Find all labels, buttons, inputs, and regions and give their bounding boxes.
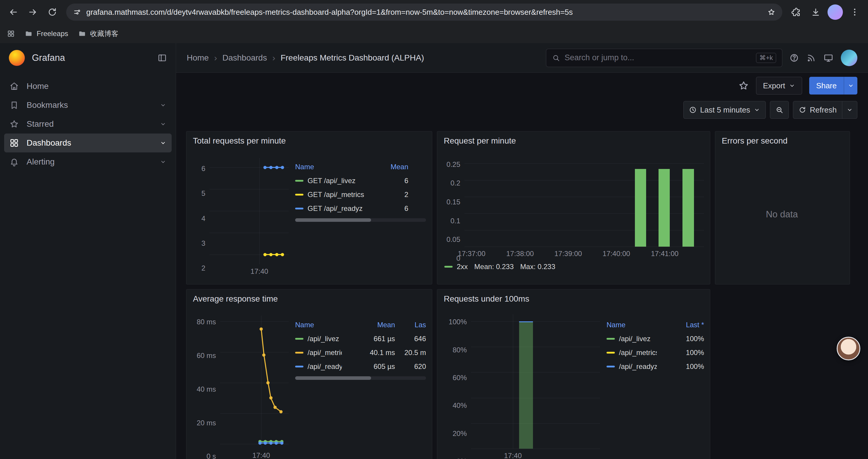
scrollbar-thumb[interactable] xyxy=(295,218,371,222)
legend-series[interactable]: GET /api/_livez xyxy=(295,177,370,185)
legend-header[interactable]: Last * xyxy=(660,321,704,329)
chevron-down-icon[interactable] xyxy=(160,159,166,165)
profile-avatar-image xyxy=(828,4,843,20)
bookmark-freeleaps[interactable]: Freeleaps xyxy=(25,30,68,38)
legend-value: 6 xyxy=(373,177,408,185)
apps-grid-icon[interactable] xyxy=(7,30,15,37)
help-button[interactable] xyxy=(789,53,799,63)
favorite-dashboard-button[interactable] xyxy=(738,80,749,91)
legend-row: /api/_readyz605 µs620 xyxy=(295,359,426,373)
chart-bar xyxy=(658,169,670,247)
sidebar-item-dashboards[interactable]: Dashboards xyxy=(4,133,172,153)
scrollbar-thumb[interactable] xyxy=(295,376,371,380)
series-color-dash xyxy=(295,180,303,182)
legend-series[interactable]: /api/_readyz xyxy=(295,362,342,371)
chevron-down-icon[interactable] xyxy=(160,140,166,146)
legend-header[interactable]: Name xyxy=(607,321,657,329)
legend-series[interactable]: /api/_metrics xyxy=(607,349,657,357)
sidebar-nav: Home Bookmarks Starred Dashboards Alerti… xyxy=(0,73,176,171)
bookmark-icon xyxy=(9,100,19,110)
plot-area xyxy=(464,155,704,247)
url-input[interactable] xyxy=(86,8,762,17)
extensions-button[interactable] xyxy=(788,4,805,21)
panel-requests-under-100ms: Requests under 100ms 100%80%60%40%20%0% … xyxy=(437,289,710,459)
breadcrumb-home[interactable]: Home xyxy=(187,53,209,63)
search-box[interactable]: ⌘+k xyxy=(546,49,782,67)
url-bar[interactable] xyxy=(66,4,782,21)
downloads-button[interactable] xyxy=(807,4,824,21)
p2-chart: 0.250.20.150.10.050 17:37:0017:38:0017:3… xyxy=(442,155,704,258)
plot-area xyxy=(471,314,600,449)
legend-series[interactable]: /api/_livez xyxy=(607,335,657,343)
x-axis-tick: 17:40:00 xyxy=(602,250,630,258)
series-color-dash xyxy=(295,338,303,340)
sidebar-item-starred[interactable]: Starred xyxy=(4,114,172,133)
y-axis-tick: 2 xyxy=(202,264,205,272)
bookmark-star-icon[interactable] xyxy=(768,8,775,16)
chevron-down-icon xyxy=(789,83,795,89)
data-point xyxy=(263,253,267,256)
sidebar-collapse-button[interactable] xyxy=(157,53,167,63)
y-axis-tick: 3 xyxy=(202,239,205,248)
legend-series[interactable]: GET /api/_readyz xyxy=(295,204,370,213)
sidebar-item-bookmarks[interactable]: Bookmarks xyxy=(4,96,172,114)
search-input[interactable] xyxy=(565,53,751,62)
legend-header[interactable]: Name xyxy=(295,321,342,329)
reload-button[interactable] xyxy=(44,4,61,21)
browser-profile-avatar[interactable] xyxy=(827,4,844,21)
legend-series[interactable]: /api/_metrics xyxy=(295,349,342,357)
legend-series[interactable]: /api/_livez xyxy=(295,335,342,343)
chevron-down-icon[interactable] xyxy=(160,102,166,108)
legend-series[interactable]: /api/_readyz xyxy=(607,362,657,371)
legend-scrollbar[interactable] xyxy=(295,376,426,380)
grafana-logo[interactable] xyxy=(9,50,25,66)
legend-table: NameMeanGET /api/_livez6GET /api/_metric… xyxy=(295,160,426,280)
time-range-picker[interactable]: Last 5 minutes xyxy=(683,101,766,119)
panel-title[interactable]: Total requests per minute xyxy=(186,131,432,148)
bookmark-blog[interactable]: 收藏博客 xyxy=(78,29,119,38)
grafana-header: Home › Dashboards › Freeleaps Metrics Da… xyxy=(176,43,868,73)
export-button[interactable]: Export xyxy=(756,77,802,95)
legend-value: 100% xyxy=(660,362,704,371)
browser-menu-button[interactable] xyxy=(846,4,863,21)
panel-title[interactable]: Requests under 100ms xyxy=(437,290,710,306)
chevron-down-icon[interactable] xyxy=(160,121,166,127)
panel-title[interactable]: Errors per second xyxy=(715,131,850,148)
chat-widget-avatar[interactable] xyxy=(837,337,860,360)
legend-series[interactable]: GET /api/_metrics xyxy=(295,191,370,199)
share-menu-caret[interactable] xyxy=(844,77,857,95)
legend-header[interactable]: Mean xyxy=(345,321,395,329)
legend-row: /api/_metrics40.1 ms20.5 m xyxy=(295,346,426,359)
zoom-out-button[interactable] xyxy=(770,101,789,119)
site-info-icon[interactable] xyxy=(73,8,81,16)
data-point xyxy=(269,253,272,256)
panel-title[interactable]: Request per minute xyxy=(437,131,710,148)
back-button[interactable] xyxy=(5,4,22,21)
kiosk-monitor-button[interactable] xyxy=(824,53,833,63)
legend-scrollbar[interactable] xyxy=(295,218,426,222)
refresh-interval-caret[interactable] xyxy=(842,101,857,119)
legend-row: GET /api/_readyz6 xyxy=(295,201,408,215)
clock-icon xyxy=(689,106,696,114)
sidebar-item-alerting[interactable]: Alerting xyxy=(4,153,172,171)
data-point xyxy=(279,410,283,414)
breadcrumb-dashboards[interactable]: Dashboards xyxy=(222,53,267,63)
user-avatar[interactable] xyxy=(841,50,857,66)
series-color-dash xyxy=(607,366,615,367)
panel-title[interactable]: Average response time xyxy=(186,290,432,306)
forward-button[interactable] xyxy=(24,4,41,21)
refresh-button[interactable]: Refresh xyxy=(793,101,842,119)
legend-header[interactable]: Mean xyxy=(373,163,408,171)
brand-name: Grafana xyxy=(32,53,65,63)
data-point xyxy=(281,253,284,256)
avatar xyxy=(841,50,857,66)
sidebar-item-home[interactable]: Home xyxy=(4,77,172,96)
y-axis-tick: 60 ms xyxy=(197,352,216,360)
legend-header[interactable]: Las xyxy=(398,321,426,329)
y-axis-tick: 20 ms xyxy=(197,419,216,427)
news-rss-button[interactable] xyxy=(807,53,816,63)
legend-series[interactable]: 2xx xyxy=(444,263,468,271)
legend-header[interactable]: Name xyxy=(295,163,370,171)
y-axis-tick: 4 xyxy=(202,215,205,223)
share-button[interactable]: Share xyxy=(809,77,844,95)
